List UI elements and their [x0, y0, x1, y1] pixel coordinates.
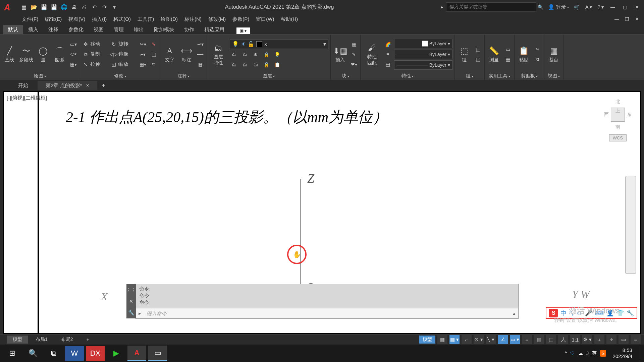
ribbon-tab-manage[interactable]: 管理 — [109, 25, 128, 34]
panel-draw-title[interactable]: 绘图 — [2, 72, 78, 80]
save-icon[interactable]: 💾 — [40, 3, 48, 11]
layer-off-icon[interactable]: 🗂 — [230, 60, 238, 69]
linetype-dropdown[interactable]: ByLayer▾ — [394, 60, 452, 70]
mirror-button[interactable]: ◁▷镜像 — [110, 51, 137, 58]
ribbon-tab-featured[interactable]: 精选应用 — [200, 25, 229, 34]
ribbon-tab-param[interactable]: 参数化 — [64, 25, 88, 34]
taskbar-clock[interactable]: 8:53 2022/9/4 — [609, 347, 636, 359]
ribbon-tab-collab[interactable]: 协作 — [179, 25, 199, 34]
ellipse-icon[interactable]: ⬭▾ — [69, 50, 78, 59]
array-icon[interactable]: ▦▾ — [139, 60, 147, 69]
ribbon-tab--ork
    addons[interactable]: 附加模块 — [149, 25, 179, 34]
table-icon[interactable]: ▦ — [196, 60, 205, 69]
block-attr-icon[interactable]: ❤▾ — [350, 60, 358, 69]
menu-draw[interactable]: 绘图(D) — [161, 16, 178, 22]
layer-lock-icon[interactable]: 🔒 — [262, 50, 271, 59]
insert-block-button[interactable]: ⬇▦插入 — [333, 46, 347, 63]
menu-edit[interactable]: 编辑(E) — [45, 16, 62, 22]
recorder-app-icon[interactable]: ▭ — [148, 346, 167, 361]
ortho-icon[interactable]: ⌐ — [462, 335, 472, 344]
rotate-button[interactable]: ↻旋转 — [110, 41, 137, 48]
search-input[interactable]: 键入关键字或短语 — [446, 2, 536, 12]
ungroup-icon[interactable]: ⬚ — [474, 45, 482, 54]
menu-dim[interactable]: 标注(N) — [184, 16, 202, 22]
menu-window[interactable]: 窗口(W) — [256, 16, 274, 22]
new-icon[interactable]: ▦ — [20, 3, 28, 11]
customize-icon[interactable]: ≡ — [631, 335, 641, 344]
share-arrow-icon[interactable]: ▸ — [441, 4, 443, 10]
menu-insert[interactable]: 插入(I) — [92, 16, 107, 22]
panel-layers-title[interactable]: 图层 — [209, 72, 328, 80]
cart-icon[interactable]: 🛒 — [572, 4, 581, 10]
ime-tool-icon[interactable]: 🔧 — [627, 309, 634, 317]
list-icon[interactable]: ≡ — [383, 50, 392, 59]
taskview-button[interactable]: ⧉ — [44, 346, 63, 361]
cycle-icon[interactable]: ⬚ — [546, 335, 556, 344]
layer-on-icon[interactable]: 💡 — [273, 50, 281, 59]
player-app-icon[interactable]: ▶ — [107, 346, 125, 361]
group-edit-icon[interactable]: ⬚ — [474, 55, 482, 64]
osnap-track-icon[interactable]: ▭ ▾ — [510, 335, 520, 344]
cmdline-wrench-icon[interactable]: 🔧 — [128, 310, 135, 316]
layer-iso-icon[interactable]: 🗂 — [240, 50, 249, 59]
erase-icon[interactable]: ✎ — [149, 40, 158, 49]
lineweight-dropdown[interactable]: ByLayer▾ — [394, 50, 452, 59]
matchprops-button[interactable]: 🖌特性 匹配 — [363, 43, 381, 66]
panel-blocks-title[interactable]: 块 — [333, 72, 358, 80]
hatch-icon[interactable]: ▦▾ — [69, 60, 78, 69]
print-icon[interactable]: 🖨 — [80, 3, 88, 11]
plot-icon[interactable]: 🖶 — [70, 3, 78, 11]
panel-modify-title[interactable]: 修改 — [82, 72, 158, 80]
doc-minimize-button[interactable]: ― — [612, 16, 621, 22]
menu-modify[interactable]: 修改(M) — [208, 16, 226, 22]
search-icon[interactable]: 🔍 — [536, 4, 545, 10]
trim-icon[interactable]: ✂▾ — [139, 40, 147, 49]
tray-cloud-icon[interactable]: ☁ — [578, 351, 583, 356]
annoscale-icon[interactable]: 人 — [558, 335, 568, 344]
doc-restore-button[interactable]: ❐ — [623, 16, 631, 22]
circle-button[interactable]: ◯圆 — [36, 46, 50, 63]
dim-button[interactable]: ⟷标注 — [179, 46, 194, 63]
panel-clipboard-title[interactable]: 剪贴板 — [517, 72, 542, 80]
clip-copy-icon[interactable]: ⧉ — [533, 55, 542, 64]
layer-freeze-icon[interactable]: ❄ — [251, 50, 260, 59]
navigation-bar[interactable] — [625, 176, 636, 274]
ime-lang[interactable]: 中 — [560, 309, 567, 317]
grid-display-icon[interactable]: ▦ — [437, 335, 447, 344]
panel-annotate-title[interactable]: 注释 — [162, 72, 205, 80]
tray-ime-label[interactable]: 英 — [592, 350, 597, 356]
wcs-badge[interactable]: WCS — [609, 134, 627, 141]
measure-button[interactable]: 📏测量 — [487, 46, 501, 63]
tab-layout2[interactable]: 布局2 — [55, 336, 79, 344]
qat-more-icon[interactable]: ▾ — [111, 3, 118, 11]
web-icon[interactable]: 🌐 — [60, 3, 68, 11]
count-icon[interactable]: ▦ — [503, 55, 512, 64]
filetab-add-button[interactable]: + — [99, 81, 108, 89]
search-button[interactable]: 🔍 — [23, 346, 42, 361]
iso-icon[interactable]: ╲ ▾ — [486, 335, 496, 344]
layer-dropdown[interactable]: 💡 ☀ 🔓 x ▾ — [230, 40, 328, 49]
undo-icon[interactable]: ↶ — [91, 3, 98, 11]
panel-props-title[interactable]: 特性 — [363, 72, 452, 80]
autocad-app-icon[interactable]: A — [127, 346, 146, 361]
layer-match-icon[interactable]: 🗂 — [230, 50, 238, 59]
maximize-button[interactable]: ▢ — [621, 4, 629, 10]
block-create-icon[interactable]: ▦ — [350, 40, 358, 49]
snap-mode-icon[interactable]: ▦ ▾ — [449, 335, 460, 344]
text-button[interactable]: A文字 — [162, 46, 177, 63]
osnap-icon[interactable]: ∠ — [498, 335, 508, 344]
command-line[interactable]: ⋮⋮ ✕ 🔧 命令: 命令: 命令: ▸_ 键入命令 ▴ — [136, 284, 519, 319]
ribbon-tab-default[interactable]: 默认 — [3, 25, 23, 34]
start-button[interactable]: ⊞ — [3, 346, 21, 361]
tray-sogou-icon[interactable]: S — [600, 350, 606, 357]
color-wheel-icon[interactable]: 🌈 — [383, 40, 392, 49]
move-button[interactable]: ✥移动 — [82, 41, 108, 48]
line-button[interactable]: ╱直线 — [2, 46, 17, 63]
trans-icon[interactable]: ▤ — [383, 60, 392, 69]
explode-icon[interactable]: ⬚ — [149, 50, 158, 59]
paste-button[interactable]: 📋粘贴 — [517, 46, 531, 63]
drawing-area[interactable]: [-][俯视][二维线框] 2-1 作出点A(25,20,15)的三投影。（以m… — [0, 91, 644, 334]
tab-add-button[interactable]: + — [80, 336, 95, 343]
layer-uniso-icon[interactable]: 🗂 — [240, 60, 249, 69]
show-desktop-button[interactable] — [639, 346, 641, 361]
